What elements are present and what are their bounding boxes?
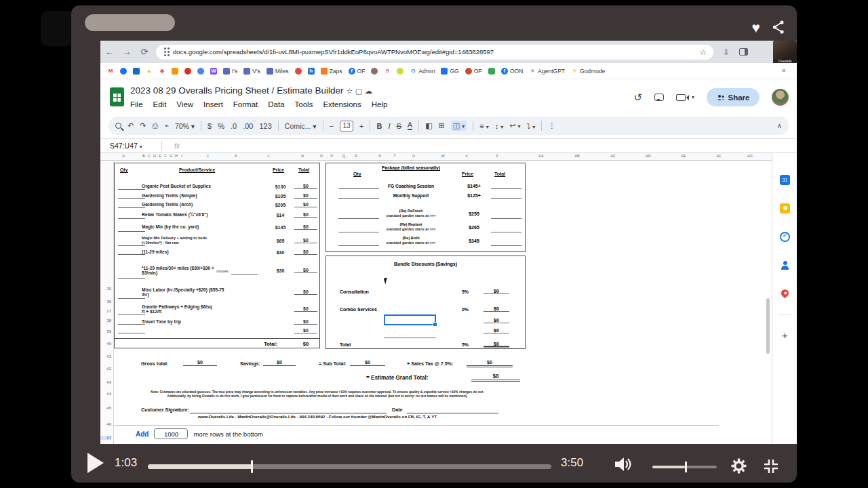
column-header-letter[interactable]: X xyxy=(465,154,468,158)
bookmark-star-icon[interactable]: ☆ xyxy=(699,47,707,57)
table-row[interactable]: (11-29 miles)$30$0 xyxy=(115,247,319,256)
menu-item[interactable]: Help xyxy=(372,100,388,108)
column-header-letter[interactable]: J xyxy=(207,154,209,158)
print-icon[interactable]: ⎙ xyxy=(152,121,158,130)
column-header-letter[interactable]: AD xyxy=(646,154,651,158)
format-percent-button[interactable]: % xyxy=(218,122,224,130)
row-header-number[interactable]: 40 xyxy=(100,342,111,346)
column-header-letter[interactable]: N xyxy=(301,154,304,158)
collapse-toolbar-icon[interactable]: ∧ xyxy=(777,122,782,129)
volume-handle[interactable] xyxy=(685,462,687,472)
blank-cell-line[interactable] xyxy=(384,338,436,338)
bold-button[interactable]: B xyxy=(376,122,382,130)
tasks-icon[interactable] xyxy=(780,232,790,242)
sheets-logo-icon[interactable] xyxy=(110,87,124,106)
table-row[interactable]: $0 xyxy=(115,326,319,335)
table-row[interactable]: Travel Time by trip$0 xyxy=(115,317,319,326)
column-headers[interactable]: ABCDEFGHIJKLNOPQRSTUWXZAAABACADAEAFAG xyxy=(100,153,772,161)
bookmark-item[interactable]: Zaps xyxy=(321,68,342,75)
bookmark-item[interactable]: ϟ Godmode xyxy=(571,68,605,75)
extensions-icon[interactable]: ⇩ xyxy=(723,47,730,57)
text-color-button[interactable]: A xyxy=(408,121,412,130)
menu-item[interactable]: File xyxy=(130,100,143,108)
bundle-row[interactable]: Combo Services0%$0 xyxy=(326,304,525,314)
horizontal-align-icon[interactable]: ≡ ▾ xyxy=(479,122,489,130)
bookmark-item[interactable]: GG xyxy=(441,68,458,75)
bundle-total-row[interactable]: Total 5% $0 xyxy=(326,339,525,350)
bookmark-item[interactable] xyxy=(184,68,191,75)
selected-cell[interactable] xyxy=(384,314,436,325)
bookmark-item[interactable]: f OF xyxy=(349,68,366,75)
paint-format-icon[interactable]: ⌁ xyxy=(164,121,169,130)
bookmark-item[interactable] xyxy=(120,68,127,75)
text-wrap-icon[interactable]: ↩ ▾ xyxy=(509,121,520,130)
column-header-letter[interactable]: B xyxy=(142,154,145,158)
bookmark-item[interactable]: G Admin xyxy=(410,68,435,75)
table-row[interactable]: Granite Pathways + Edging $6/sq ft + $12… xyxy=(115,302,319,317)
row-header-number[interactable]: 35 xyxy=(100,287,111,291)
contacts-icon[interactable] xyxy=(780,260,790,270)
strikethrough-button[interactable]: S xyxy=(396,122,401,130)
bookmark-item[interactable]: V's xyxy=(243,68,260,75)
add-rows-count-input[interactable]: 1000 xyxy=(154,428,188,439)
bookmark-item[interactable]: I's xyxy=(223,68,237,75)
bookmark-item[interactable]: OP xyxy=(465,68,482,75)
bookmark-item[interactable]: M xyxy=(107,68,114,75)
table-row[interactable]: FG Coaching Session$145+ xyxy=(326,181,525,190)
column-header-letter[interactable]: P xyxy=(330,154,333,158)
bookmark-item[interactable]: ✶ AgentGPT xyxy=(529,68,565,75)
vertical-scrollbar[interactable] xyxy=(766,298,770,354)
column-header-letter[interactable]: W xyxy=(441,154,444,158)
savings-value[interactable]: $0 xyxy=(263,359,296,366)
column-header-letter[interactable]: AF xyxy=(716,154,721,158)
menu-item[interactable]: Format xyxy=(233,100,258,108)
bookmark-item[interactable] xyxy=(488,68,495,75)
menu-item[interactable]: Tools xyxy=(295,100,313,108)
address-bar[interactable]: docs.google.com/spreadsheets/d/1fi-uvL8M… xyxy=(156,45,713,60)
minutes-blank-line[interactable] xyxy=(231,274,258,274)
row-header-number[interactable]: 44 xyxy=(100,392,111,396)
font-size-input[interactable]: 13 xyxy=(340,121,353,131)
star-doc-icon[interactable]: ☆ xyxy=(346,87,353,95)
column-header-letter[interactable]: T xyxy=(393,154,395,158)
column-header-letter[interactable]: AE xyxy=(681,154,686,158)
fullscreen-exit-icon[interactable] xyxy=(763,458,779,477)
column-header-letter[interactable]: H xyxy=(175,154,178,158)
meet-button[interactable]: ▾ xyxy=(676,94,694,101)
row-header-number[interactable]: 43 xyxy=(100,380,111,384)
column-header-letter[interactable]: O xyxy=(320,154,323,158)
gross-total-value[interactable]: $0 xyxy=(183,359,217,366)
bookmark-item[interactable]: W xyxy=(210,68,217,75)
doc-title[interactable]: 2023 08 29 Overalls Pricing Sheet / Esti… xyxy=(130,85,372,96)
table-row[interactable]: (Re) Replantstandard garden starts at >>… xyxy=(326,220,525,234)
row-header-number[interactable]: 38 xyxy=(100,319,111,323)
menu-item[interactable]: View xyxy=(176,100,193,108)
date-line[interactable] xyxy=(407,413,498,413)
bookmark-item[interactable]: f OON xyxy=(501,68,523,75)
row-header-number[interactable]: 46 xyxy=(100,422,111,426)
bookmark-item[interactable] xyxy=(197,68,204,75)
column-header-letter[interactable]: A xyxy=(122,154,125,158)
bookmark-item[interactable] xyxy=(397,68,403,75)
keep-icon[interactable] xyxy=(780,203,790,214)
reload-button[interactable]: ⟳ xyxy=(136,47,153,57)
bookmark-item[interactable] xyxy=(133,68,140,75)
table-row[interactable]: Magic Mix Delivery + adding to beds (<10… xyxy=(115,233,319,247)
calendar-icon[interactable] xyxy=(780,175,790,185)
search-icon[interactable] xyxy=(115,123,121,129)
version-history-icon[interactable]: ↺ xyxy=(633,92,642,104)
merge-cells-icon[interactable]: ◫ ▾ xyxy=(451,121,467,131)
grand-total-value[interactable]: $0 xyxy=(471,373,520,382)
menu-item[interactable]: Data xyxy=(268,100,284,108)
bookmark-item[interactable] xyxy=(295,68,302,75)
bookmarks-overflow-icon[interactable]: » xyxy=(782,66,786,74)
italic-button[interactable]: I xyxy=(388,122,390,130)
text-rotation-icon[interactable]: ⤵ ▾ xyxy=(527,122,536,130)
forward-button[interactable]: → xyxy=(118,47,136,57)
column-header-letter[interactable]: E xyxy=(159,154,161,158)
column-header-letter[interactable]: Q xyxy=(342,154,345,158)
more-formats-button[interactable]: 123 xyxy=(259,122,271,130)
progress-handle[interactable] xyxy=(251,460,253,473)
back-button[interactable]: ← xyxy=(100,47,118,57)
row-header-number[interactable]: 47 xyxy=(100,436,111,440)
